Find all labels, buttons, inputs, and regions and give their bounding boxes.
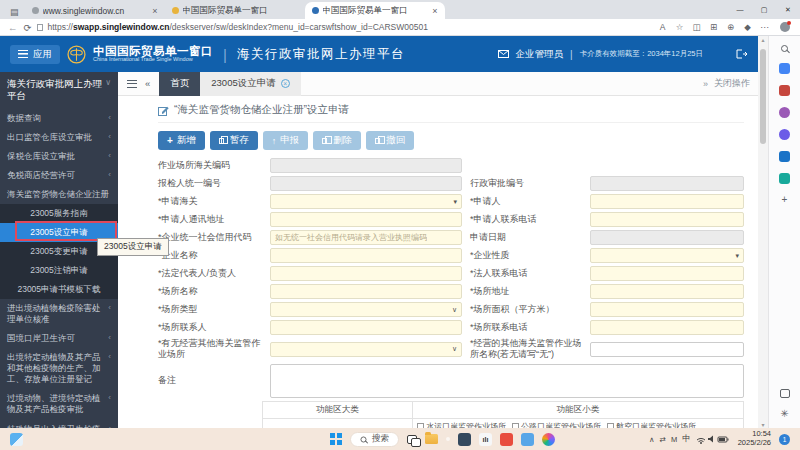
- widgets-icon[interactable]: [10, 433, 23, 446]
- field-input[interactable]: ▾: [270, 194, 462, 209]
- 新增-button[interactable]: +新增: [158, 131, 205, 150]
- field-input[interactable]: 如无统一社会信用代码请录入营业执照编码: [270, 230, 462, 245]
- field-input[interactable]: [270, 284, 462, 299]
- close-operations[interactable]: 关闭操作: [714, 77, 750, 90]
- tray-status-icons[interactable]: [696, 434, 730, 444]
- task-view-button[interactable]: [407, 435, 417, 444]
- mail-icon[interactable]: [498, 50, 509, 58]
- 暂存-button[interactable]: 暂存: [210, 131, 258, 150]
- sidebar-item[interactable]: 特殊物品出入境卫生检疫审批‹: [0, 420, 118, 428]
- field-input[interactable]: ∨: [270, 342, 462, 357]
- people-icon[interactable]: [779, 107, 790, 118]
- edge-browser-icon[interactable]: [446, 437, 450, 441]
- close-button[interactable]: ✕: [776, 0, 800, 19]
- read-aloud-icon[interactable]: A: [655, 22, 670, 32]
- minimize-button[interactable]: —: [728, 0, 752, 19]
- profile-avatar[interactable]: [780, 22, 790, 32]
- scroll-up-icon[interactable]: ▴: [761, 36, 764, 43]
- field-input[interactable]: [590, 194, 744, 209]
- screenshot-icon[interactable]: [780, 389, 790, 398]
- browser-essentials-icon[interactable]: ◆: [740, 22, 755, 32]
- browser-tab[interactable]: www.singlewindow.cn×: [25, 2, 165, 19]
- office-icon[interactable]: [779, 151, 790, 162]
- checkbox-option[interactable]: 航空口岸监管作业场所: [607, 421, 696, 429]
- logout-icon[interactable]: [736, 49, 748, 59]
- checkbox-option[interactable]: 公路口岸监管作业场所: [512, 421, 601, 429]
- shopping-tag-icon[interactable]: [779, 63, 790, 74]
- field-input[interactable]: [590, 266, 744, 281]
- tray-icon[interactable]: ⇄: [660, 435, 666, 444]
- maximize-button[interactable]: ▢: [752, 0, 776, 19]
- app-icon-media[interactable]: ılı: [479, 433, 492, 446]
- clock[interactable]: 10:54 2025/2/26: [738, 430, 771, 447]
- taskbar-search[interactable]: 搜索: [350, 432, 399, 447]
- apps-menu-button[interactable]: 应用: [10, 45, 60, 64]
- extensions-icon[interactable]: ⊕: [723, 22, 738, 32]
- checkbox-option[interactable]: 水运口岸监管作业场所: [417, 421, 506, 429]
- collections-icon[interactable]: ⊞: [706, 22, 721, 32]
- collapse-menu-icon[interactable]: [127, 80, 137, 88]
- more-menu-icon[interactable]: ⋯: [757, 22, 772, 32]
- tab-close-icon[interactable]: ×: [432, 6, 437, 16]
- sidebar-item[interactable]: 保税仓库设立审批‹: [0, 147, 118, 166]
- tab-close-icon[interactable]: ×: [281, 79, 290, 88]
- tab-overview-icon[interactable]: ▤: [4, 7, 25, 19]
- cart-icon[interactable]: [779, 173, 790, 184]
- sidebar-item[interactable]: 国境口岸卫生许可‹: [0, 329, 118, 348]
- app-icon-red[interactable]: [500, 433, 513, 446]
- tray-icon[interactable]: M: [671, 435, 677, 444]
- back-icon[interactable]: ←: [8, 22, 18, 33]
- app-icon-cloud[interactable]: [521, 433, 534, 446]
- field-input[interactable]: [270, 248, 462, 263]
- workspace-tab[interactable]: 23005设立申请×: [200, 72, 300, 96]
- sidebar-item[interactable]: 过境动物、进境特定动植物及其产品检疫审批‹: [0, 389, 118, 419]
- sidebar-item[interactable]: 数据查询‹: [0, 109, 118, 128]
- notification-badge[interactable]: 1: [779, 434, 790, 445]
- page-scrollbar[interactable]: ▴ ▾: [758, 36, 768, 428]
- field-input[interactable]: [590, 212, 744, 227]
- page-info-icon[interactable]: [37, 24, 43, 31]
- field-input[interactable]: [270, 212, 462, 227]
- field-input[interactable]: ▾: [590, 248, 744, 263]
- settings-gear-icon[interactable]: ✳: [780, 409, 788, 419]
- workspace-tab[interactable]: 首页: [159, 72, 200, 96]
- sidebar-item[interactable]: 海关监管货物仓储企业注册: [0, 185, 118, 204]
- add-tools-icon[interactable]: +: [782, 195, 788, 205]
- sidebar-item[interactable]: 23005注销申请: [0, 261, 118, 280]
- sidebar-item[interactable]: 23005申请书模板下载: [0, 280, 118, 299]
- sidebar-item[interactable]: 出境特定动植物及其产品和其他检疫物的生产、加工、存放单位注册登记‹: [0, 348, 118, 389]
- browser-tab[interactable]: 中国国际贸易单一窗口×: [305, 2, 445, 19]
- field-input[interactable]: [590, 284, 744, 299]
- tab-close-icon[interactable]: ×: [152, 6, 157, 16]
- field-input[interactable]: [590, 342, 744, 357]
- refresh-icon[interactable]: ⟳: [24, 22, 32, 33]
- address-bar[interactable]: https://swapp.singlewindow.cn/deskserver…: [37, 22, 649, 32]
- sidebar-item[interactable]: 23005服务指南: [0, 204, 118, 223]
- scroll-tabs-left-icon[interactable]: «: [145, 78, 150, 89]
- start-button[interactable]: [330, 433, 342, 445]
- field-input[interactable]: [590, 320, 744, 335]
- split-screen-icon[interactable]: ◫: [689, 22, 704, 32]
- games-icon[interactable]: [779, 129, 790, 140]
- tray-icon[interactable]: ∧: [649, 435, 655, 444]
- field-input[interactable]: [270, 266, 462, 281]
- sidebar-item[interactable]: 进出境动植物检疫除害处理单位核准‹: [0, 299, 118, 329]
- checkbox-option[interactable]: 口岸监管作业场所: [267, 421, 340, 429]
- scroll-tabs-right-icon[interactable]: »: [703, 79, 708, 89]
- scrollbar-thumb[interactable]: [760, 49, 766, 144]
- sidebar-item[interactable]: 免税商店经营许可‹: [0, 166, 118, 185]
- field-input[interactable]: [590, 302, 744, 317]
- remark-textarea[interactable]: [270, 364, 744, 398]
- browser-tab[interactable]: 中国国际贸易单一窗口: [165, 2, 305, 19]
- search-icon[interactable]: [781, 45, 788, 52]
- favorite-icon[interactable]: ☆: [672, 22, 687, 32]
- app-icon-dark[interactable]: [458, 433, 471, 446]
- user-role[interactable]: 企业管理员: [516, 48, 564, 61]
- file-explorer-icon[interactable]: [425, 434, 438, 444]
- app-icon-swirl[interactable]: [542, 433, 555, 446]
- toolbox-icon[interactable]: [779, 85, 790, 96]
- field-input[interactable]: ∨: [270, 302, 462, 317]
- sidebar-item[interactable]: 出口监管仓库设立审批‹: [0, 128, 118, 147]
- scroll-down-icon[interactable]: ▾: [761, 421, 764, 428]
- field-input[interactable]: [270, 320, 462, 335]
